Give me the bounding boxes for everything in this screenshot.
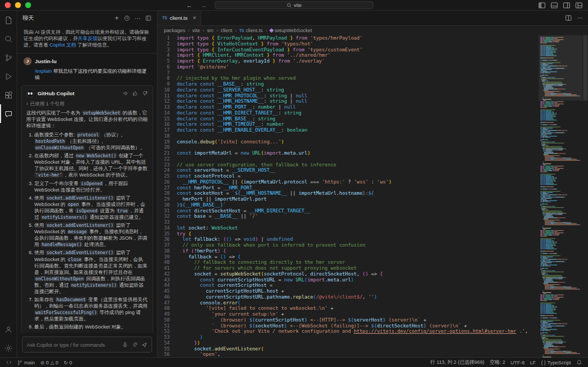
editor-more-actions-icon[interactable]: ⋯ xyxy=(577,15,583,21)
line-number[interactable]: 12 xyxy=(157,98,177,104)
code-line[interactable]: 30}${__HMR_BASE__}` xyxy=(157,202,539,208)
code-line[interactable]: 32const base = __BASE__ || '/' xyxy=(157,213,539,219)
code-line[interactable]: 16declare const __HMR_TIMEOUT__: number xyxy=(157,121,539,127)
toggle-secondary-sidebar-icon[interactable] xyxy=(563,2,570,9)
read-aloud-icon[interactable] xyxy=(123,90,129,96)
code-line[interactable]: 5import { ErrorOverlay, overlayId } from… xyxy=(157,58,539,64)
code-line[interactable]: 3import type { InferCustomEventPayload }… xyxy=(157,47,539,53)
code-line[interactable]: 22 xyxy=(157,156,539,162)
language-mode[interactable]: { } TypeScript xyxy=(539,360,574,365)
code-line[interactable]: 44 const currentScriptHost = xyxy=(157,282,539,288)
breadcrumb-item[interactable]: setupWebSocket xyxy=(270,28,312,33)
line-number[interactable]: 41 xyxy=(157,265,177,271)
line-number[interactable]: 19 xyxy=(157,139,177,145)
eol-setting[interactable]: LF xyxy=(527,360,539,365)
code-editor[interactable]: 1import type { ErrorPayload, HMRPayload … xyxy=(157,35,539,357)
code-line[interactable]: 11declare const __HMR_PROTOCOL__: string… xyxy=(157,93,539,99)
code-line[interactable]: 47 console.error( xyxy=(157,300,539,306)
code-line[interactable]: 2import type { ViteHotContext } from 'ty… xyxy=(157,41,539,47)
git-branch-status[interactable]: main xyxy=(14,358,37,367)
line-number[interactable]: 54 xyxy=(157,340,177,346)
extensions-icon[interactable] xyxy=(0,86,17,104)
settings-gear-icon[interactable] xyxy=(0,339,17,357)
line-number[interactable]: 18 xyxy=(157,133,177,139)
code-line[interactable]: 37 // only use fallback when port is inf… xyxy=(157,242,539,248)
chat-message-list[interactable]: 我由 AI 提供支持，因此可能会出现意外和错误。请确保验证生成的代码和建议，并共… xyxy=(17,26,157,333)
code-line[interactable]: 27const hmrPort = __HMR_PORT__ xyxy=(157,185,539,191)
code-line[interactable]: 13declare const __HMR_PORT__: number | n… xyxy=(157,104,539,110)
references-toggle[interactable]: › 已使用 1 个引用 xyxy=(26,101,148,107)
link[interactable]: Copilot 文档 xyxy=(50,42,77,48)
more-actions-icon[interactable]: ⋯ xyxy=(135,15,141,21)
breadcrumb-item[interactable]: src xyxy=(207,28,214,33)
line-number[interactable]: 55 xyxy=(157,346,177,352)
code-line[interactable]: 48 '[vite] failed to connect to websocke… xyxy=(157,305,539,311)
line-number[interactable]: 48 xyxy=(157,305,177,311)
line-number[interactable]: 1 xyxy=(157,35,177,41)
line-number[interactable]: 47 xyxy=(157,300,177,306)
explorer-icon[interactable] xyxy=(0,11,17,29)
command-center-search[interactable]: vite xyxy=(215,1,373,9)
code-line[interactable]: 50 ` (browser) ${currentScriptHost} <--[… xyxy=(157,317,539,323)
code-line[interactable]: 25const socketProtocol = xyxy=(157,173,539,179)
chat-input[interactable]: Ask Copilot or type / for commands xyxy=(22,337,152,353)
code-line[interactable]: 33 xyxy=(157,219,539,225)
code-line[interactable]: 42 socket = setupWebSocket(socketProtoco… xyxy=(157,271,539,277)
code-line[interactable]: 14declare const __HMR_DIRECT_TARGET__: s… xyxy=(157,110,539,116)
line-number[interactable]: 27 xyxy=(157,185,177,191)
line-number[interactable]: 24 xyxy=(157,167,177,173)
minimize-window-button[interactable] xyxy=(15,2,21,8)
line-number[interactable]: 31 xyxy=(157,208,177,214)
line-number[interactable]: 43 xyxy=(157,277,177,283)
line-number[interactable]: 2 xyxy=(157,41,177,47)
line-number[interactable]: 5 xyxy=(157,58,177,64)
thumbs-up-icon[interactable] xyxy=(132,90,138,96)
code-line[interactable]: 49 'your current setup:\n' + xyxy=(157,311,539,317)
code-line[interactable]: 7 xyxy=(157,70,539,76)
sync-status[interactable]: ↻0 xyxy=(61,358,75,367)
line-number[interactable]: 56 xyxy=(157,351,177,357)
attach-context-icon[interactable] xyxy=(132,342,138,348)
line-number[interactable]: 28 xyxy=(157,190,177,196)
code-line[interactable]: 46 currentScriptHostURL.pathname.replace… xyxy=(157,294,539,300)
remote-indicator[interactable] xyxy=(3,358,14,367)
code-line[interactable]: 8// injected by the hmr plugin when serv… xyxy=(157,75,539,81)
code-line[interactable]: 38 if (!hmrPort) { xyxy=(157,248,539,254)
thumbs-down-icon[interactable] xyxy=(142,90,148,96)
line-number[interactable]: 38 xyxy=(157,248,177,254)
code-line[interactable]: 10declare const __SERVER_HOST__: string xyxy=(157,87,539,93)
code-line[interactable]: 36 let fallback: (() => void) | undefine… xyxy=(157,236,539,242)
code-line[interactable]: 51 ` (browser) ${socketHost} <--[WebSock… xyxy=(157,323,539,329)
indentation-setting[interactable]: 空格: 2 xyxy=(487,359,508,366)
editor-scrollbar[interactable] xyxy=(583,35,588,357)
code-line[interactable]: 12declare const __HMR_HOSTNAME__: string… xyxy=(157,98,539,104)
new-chat-icon[interactable]: + xyxy=(115,14,118,22)
line-number[interactable]: 30 xyxy=(157,202,177,208)
code-line[interactable]: 31const directSocketHost = __HMR_DIRECT_… xyxy=(157,208,539,214)
link[interactable]: 共享反馈 xyxy=(78,36,97,41)
code-line[interactable]: 56 'open', xyxy=(157,351,539,357)
code-line[interactable]: 19console.debug('[vite] connecting...') xyxy=(157,139,539,145)
line-number[interactable]: 46 xyxy=(157,294,177,300)
line-number[interactable]: 45 xyxy=(157,288,177,294)
code-line[interactable]: 39 fallback = () => { xyxy=(157,254,539,260)
tab-client-ts[interactable]: TS client.ts × xyxy=(157,11,201,25)
line-number[interactable]: 33 xyxy=(157,219,177,225)
code-line[interactable]: 54 }) xyxy=(157,340,539,346)
line-number[interactable]: 6 xyxy=(157,64,177,70)
code-line[interactable]: 23// use server configuration, then fall… xyxy=(157,162,539,168)
minimap[interactable] xyxy=(539,35,583,357)
line-number[interactable]: 35 xyxy=(157,231,177,237)
toggle-panel-icon[interactable] xyxy=(551,2,558,9)
code-line[interactable]: 15declare const __HMR_BASE__: string xyxy=(157,116,539,122)
code-line[interactable]: 9declare const __BASE__: string xyxy=(157,81,539,87)
line-number[interactable]: 14 xyxy=(157,110,177,116)
line-number[interactable]: 8 xyxy=(157,75,177,81)
line-number[interactable]: 9 xyxy=(157,81,177,87)
line-number[interactable]: 29 xyxy=(157,196,177,202)
code-line[interactable]: 17declare const __HMR_ENABLE_OVERLAY__: … xyxy=(157,127,539,133)
close-tab-icon[interactable]: × xyxy=(193,15,196,21)
scrollbar-thumb[interactable] xyxy=(583,35,587,101)
code-line[interactable]: 34let socket: WebSocket xyxy=(157,225,539,231)
customize-layout-icon[interactable] xyxy=(575,2,583,9)
